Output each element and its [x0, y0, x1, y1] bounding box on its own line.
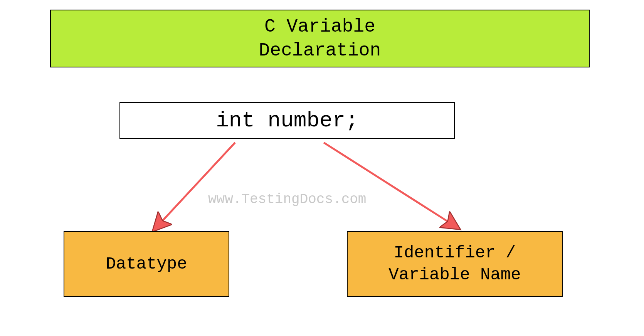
- watermark-text: www.TestingDocs.com: [208, 192, 366, 207]
- code-box: int number;: [119, 102, 455, 139]
- title-box: C VariableDeclaration: [50, 10, 590, 67]
- arrow-left: [146, 139, 247, 235]
- arrow-right: [316, 139, 470, 235]
- identifier-box: Identifier /Variable Name: [347, 231, 563, 297]
- title-text: C VariableDeclaration: [259, 15, 381, 63]
- identifier-label: Identifier /Variable Name: [388, 242, 521, 286]
- svg-line-1: [160, 143, 235, 223]
- datatype-label: Datatype: [106, 254, 187, 274]
- svg-line-3: [324, 143, 451, 223]
- datatype-box: Datatype: [64, 231, 229, 297]
- code-text: int number;: [216, 108, 358, 133]
